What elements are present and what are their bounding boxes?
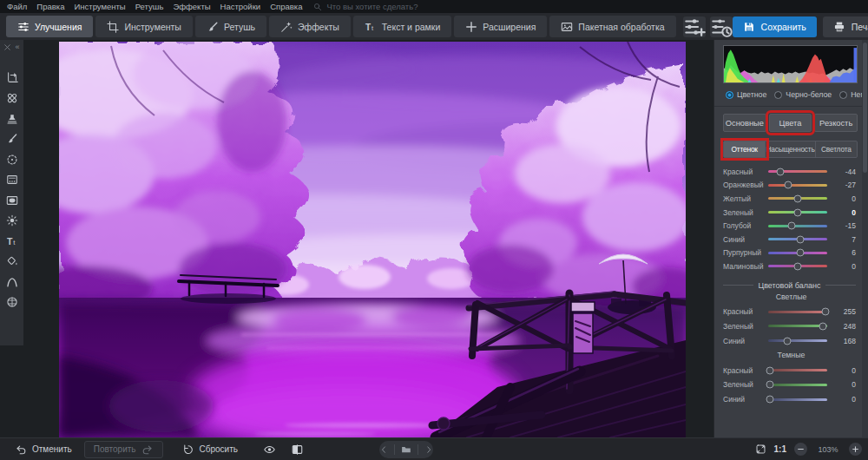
preview-original-button[interactable]: [259, 441, 281, 458]
paint-brush-icon[interactable]: [0, 129, 23, 150]
toolbar-tab[interactable]: Улучшения: [6, 16, 93, 37]
slider-value[interactable]: -27: [827, 181, 863, 189]
toolbar-tab[interactable]: Tt Текст и рамки: [353, 16, 452, 37]
menu-item-5[interactable]: Настройки: [220, 2, 261, 11]
slider-value[interactable]: 168: [827, 337, 863, 345]
mask-icon[interactable]: [0, 292, 23, 313]
slider-track[interactable]: [768, 384, 827, 386]
color-subtab[interactable]: Оттенок: [724, 141, 766, 157]
preset-add-button[interactable]: [683, 16, 706, 37]
toolbar-tab[interactable]: Инструменты: [95, 16, 192, 37]
slider-handle[interactable]: [766, 396, 774, 404]
slider-track[interactable]: [768, 184, 827, 187]
denoise-icon[interactable]: [0, 170, 23, 191]
text-tool-icon[interactable]: Tt: [0, 231, 23, 252]
slider-value[interactable]: 7: [827, 235, 863, 244]
preset-history-button[interactable]: [710, 16, 733, 37]
slider-value[interactable]: 0: [827, 366, 863, 375]
vignette-icon[interactable]: [0, 190, 23, 211]
toolbar-tab[interactable]: Эффекты: [269, 16, 351, 37]
slider-handle[interactable]: [788, 222, 796, 230]
slider-value[interactable]: -44: [827, 168, 863, 176]
slider-handle[interactable]: [776, 168, 784, 175]
slider-value[interactable]: 0: [827, 262, 863, 271]
slider-track[interactable]: [768, 211, 827, 214]
print-button[interactable]: Печать: [823, 16, 868, 37]
zoom-actual-button[interactable]: 1:1: [774, 444, 786, 454]
menu-item-2[interactable]: Инструменты: [74, 2, 125, 11]
slider-handle[interactable]: [766, 381, 774, 389]
slider-track[interactable]: [768, 339, 827, 342]
menu-item-6[interactable]: Справка: [270, 2, 302, 11]
toolbar-tab[interactable]: Расширения: [454, 16, 547, 37]
search-input[interactable]: [326, 2, 465, 11]
slider-track[interactable]: [768, 398, 827, 401]
before-after-button[interactable]: [286, 441, 309, 458]
brightness-icon[interactable]: [0, 211, 23, 232]
color-subtab[interactable]: Светлота: [816, 141, 857, 157]
save-button[interactable]: Сохранить: [733, 16, 817, 37]
slider-track[interactable]: [768, 325, 827, 327]
photo-canvas[interactable]: [59, 42, 686, 437]
color-subtab[interactable]: Насыщенность: [766, 141, 815, 157]
slider-handle[interactable]: [785, 181, 792, 189]
adjust-sliders-icon: [17, 21, 30, 33]
fit-screen-icon[interactable]: [755, 444, 766, 455]
healing-patch-icon[interactable]: [0, 89, 23, 109]
slider-handle[interactable]: [821, 308, 829, 316]
slider-value[interactable]: 0: [827, 208, 863, 217]
clone-stamp-icon[interactable]: [0, 108, 23, 129]
toolbar-tab[interactable]: Пакетная обработка: [549, 16, 675, 37]
slider-value[interactable]: 0: [827, 380, 863, 389]
reset-button[interactable]: Сбросить: [174, 441, 247, 458]
prev-image-chevron[interactable]: [379, 444, 388, 455]
slider-track[interactable]: [768, 170, 827, 173]
zoom-in-button[interactable]: [849, 443, 862, 456]
close-icon[interactable]: [3, 43, 11, 51]
next-image-chevron[interactable]: [424, 444, 433, 455]
slider-track[interactable]: [768, 225, 827, 227]
slider-handle[interactable]: [819, 322, 827, 330]
menu-item-4[interactable]: Эффекты: [173, 2, 210, 11]
adjustment-tab[interactable]: Цвета: [769, 114, 812, 132]
menu-item-0[interactable]: Файл: [7, 2, 27, 11]
slider-track[interactable]: [768, 238, 827, 240]
menu-item-3[interactable]: Ретушь: [135, 2, 164, 11]
panel-scrollbar[interactable]: [862, 40, 868, 437]
fill-bucket-icon[interactable]: [0, 252, 23, 273]
slider-handle[interactable]: [794, 262, 802, 270]
adjustment-tab[interactable]: Резкость: [814, 114, 858, 132]
crop-rotate-icon[interactable]: [0, 68, 23, 89]
slider-track[interactable]: [768, 252, 827, 254]
collapse-icon[interactable]: «: [15, 43, 19, 51]
slider-track[interactable]: [768, 265, 827, 267]
slider-value[interactable]: 248: [827, 322, 863, 331]
slider-handle[interactable]: [794, 208, 802, 216]
slider-row: Красный 0: [723, 363, 863, 378]
slider-value[interactable]: 255: [827, 307, 863, 316]
color-mode-radio[interactable]: Цветное: [726, 90, 766, 99]
slider-handle[interactable]: [797, 235, 805, 243]
menu-item-1[interactable]: Правка: [36, 2, 64, 11]
toolbar-tab[interactable]: Ретушь: [195, 16, 266, 37]
search-box[interactable]: [313, 2, 465, 11]
folder-icon[interactable]: [401, 444, 411, 455]
slider-track[interactable]: [768, 369, 827, 371]
slider-handle[interactable]: [794, 194, 802, 202]
redo-button[interactable]: Повторить: [84, 441, 163, 458]
selection-icon[interactable]: [0, 149, 23, 170]
slider-value[interactable]: 0: [827, 194, 863, 203]
adjustment-tab[interactable]: Основные: [723, 114, 766, 132]
slider-handle[interactable]: [783, 337, 791, 345]
slider-handle[interactable]: [766, 366, 774, 374]
zoom-out-button[interactable]: [794, 443, 807, 456]
curves-icon[interactable]: [0, 272, 23, 292]
undo-button[interactable]: Отменить: [6, 441, 81, 458]
slider-value[interactable]: 6: [827, 248, 863, 257]
slider-track[interactable]: [768, 197, 827, 200]
slider-value[interactable]: -15: [827, 221, 863, 230]
slider-track[interactable]: [768, 311, 827, 313]
slider-handle[interactable]: [796, 249, 804, 257]
slider-value[interactable]: 0: [827, 395, 863, 404]
color-mode-radio[interactable]: Черно-белое: [774, 90, 832, 99]
